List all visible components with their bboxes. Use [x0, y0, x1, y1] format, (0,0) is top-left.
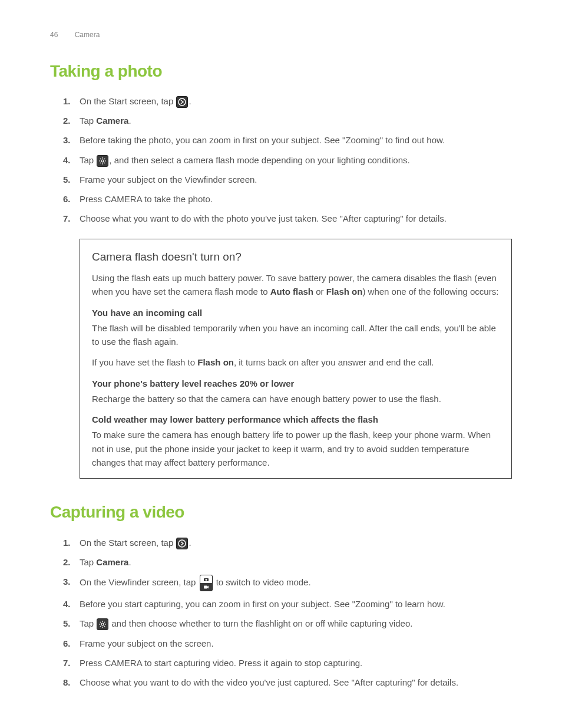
step-item: Choose what you want to do with the phot… — [80, 212, 512, 225]
callout-subheading: You have an incoming call — [92, 306, 500, 319]
step-item: On the Start screen, tap . — [80, 536, 512, 549]
text: or — [313, 286, 326, 297]
step-text: . — [189, 96, 191, 106]
step-text: to switch to video mode. — [214, 577, 311, 587]
step-text: Frame your subject on the screen. — [80, 638, 214, 648]
gear-icon — [97, 155, 108, 167]
step-item: Tap Camera. — [80, 114, 512, 127]
step-text: Tap — [80, 618, 96, 628]
step-text: Tap — [80, 155, 96, 165]
page-number: 46 — [50, 31, 58, 39]
callout-subheading: Your phone's battery level reaches 20% o… — [92, 377, 500, 390]
callout-text: The flash will be disabled temporarily w… — [92, 321, 500, 349]
callout-text: Recharge the battery so that the camera … — [92, 392, 500, 406]
text: If you have set the flash to — [92, 357, 197, 367]
svg-point-14 — [101, 623, 104, 625]
text: , it turns back on after you answer and … — [234, 357, 434, 367]
svg-point-1 — [101, 160, 104, 162]
step-text: . — [128, 116, 131, 126]
step-item: Frame your subject on the Viewfinder scr… — [80, 173, 512, 186]
step-text: On the Viewfinder screen, tap — [80, 577, 199, 587]
svg-line-6 — [100, 159, 101, 159]
step-text: Before taking the photo, you can zoom in… — [80, 135, 445, 145]
steps-capturing-video: On the Start screen, tap . Tap Camera. O… — [50, 536, 512, 690]
svg-line-22 — [104, 622, 105, 622]
svg-line-9 — [104, 159, 105, 159]
step-item: Press CAMERA to take the photo. — [80, 192, 512, 206]
svg-point-0 — [178, 98, 186, 106]
arrow-icon — [176, 538, 188, 549]
text-bold: Flash on — [197, 357, 234, 367]
step-text: and then choose whether to turn the flas… — [109, 618, 412, 628]
step-text: , and then select a camera flash mode de… — [109, 155, 409, 165]
step-text: Press CAMERA to take the photo. — [80, 194, 213, 204]
svg-point-12 — [205, 579, 207, 581]
svg-line-7 — [104, 163, 105, 163]
step-item: Choose what you want to do with the vide… — [80, 676, 512, 689]
callout-text: To make sure the camera has enough batte… — [92, 428, 500, 469]
text: ) when one of the following occurs: — [362, 286, 498, 297]
mode-switch-icon — [200, 575, 213, 591]
step-text: Tap — [80, 116, 96, 126]
step-text: On the Start screen, tap — [80, 538, 176, 548]
step-text: Tap — [80, 557, 96, 567]
callout-subheading: Cold weather may lower battery performan… — [92, 413, 500, 426]
step-text: Before you start capturing, you can zoom… — [80, 599, 445, 609]
step-item: Frame your subject on the screen. — [80, 637, 512, 650]
callout-text: If you have set the flash to Flash on, i… — [92, 355, 500, 369]
heading-capturing-video: Capturing a video — [50, 499, 512, 525]
arrow-icon — [176, 96, 188, 108]
step-text: Press CAMERA to start capturing video. P… — [80, 658, 362, 668]
step-item: Before you start capturing, you can zoom… — [80, 597, 512, 611]
step-text: Choose what you want to do with the phot… — [80, 213, 447, 223]
step-text: . — [128, 557, 131, 567]
svg-line-20 — [104, 626, 105, 627]
gear-icon — [97, 618, 108, 630]
callout-box: Camera flash doesn't turn on? Using the … — [80, 239, 512, 479]
text-bold: Auto flash — [270, 286, 313, 297]
step-bold: Camera — [96, 116, 128, 126]
step-text: . — [189, 538, 191, 548]
svg-point-10 — [178, 540, 186, 547]
step-item: Press CAMERA to start capturing video. P… — [80, 656, 512, 670]
step-text: Frame your subject on the Viewfinder scr… — [80, 174, 257, 185]
step-item: Tap and then choose whether to turn the … — [80, 617, 512, 630]
section-name: Camera — [75, 31, 100, 39]
step-item: Tap Camera. — [80, 555, 512, 569]
step-item: Tap , and then select a camera flash mod… — [80, 153, 512, 167]
step-text: On the Start screen, tap — [80, 96, 176, 106]
steps-taking-photo: On the Start screen, tap . Tap Camera. B… — [50, 94, 512, 226]
svg-line-8 — [100, 163, 101, 163]
text-bold: Flash on — [326, 286, 363, 297]
step-bold: Camera — [96, 557, 128, 567]
callout-text: Using the flash eats up much battery pow… — [92, 271, 500, 299]
step-item: Before taking the photo, you can zoom in… — [80, 133, 512, 147]
svg-rect-13 — [204, 585, 207, 588]
step-text: Choose what you want to do with the vide… — [80, 677, 458, 687]
step-item: On the Start screen, tap . — [80, 94, 512, 108]
step-item: On the Viewfinder screen, tap to switch … — [80, 575, 512, 591]
page-header: 46 Camera — [50, 29, 512, 41]
heading-taking-photo: Taking a photo — [50, 58, 512, 84]
svg-line-19 — [100, 622, 101, 622]
callout-title: Camera flash doesn't turn on? — [92, 248, 500, 265]
svg-line-21 — [100, 626, 101, 627]
